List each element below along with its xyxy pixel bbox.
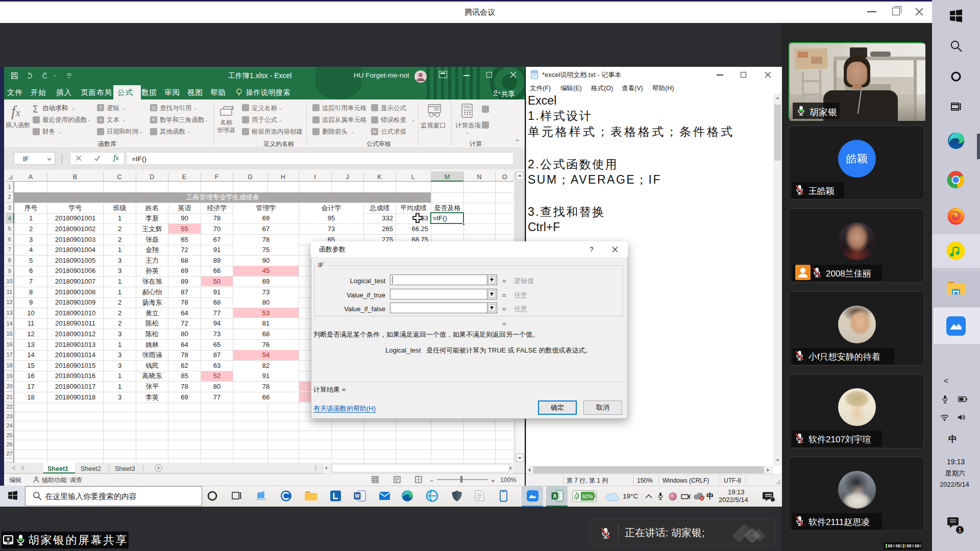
svg-text:X: X bbox=[553, 493, 557, 499]
